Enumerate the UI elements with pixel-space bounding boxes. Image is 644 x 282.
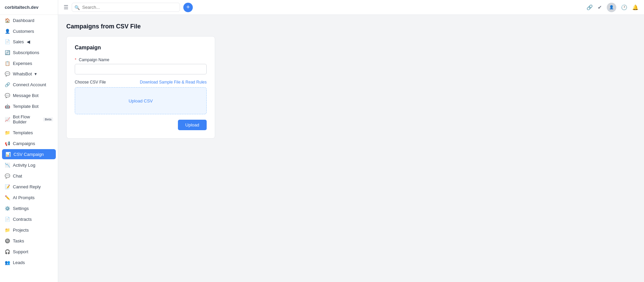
sidebar-label-whatsbot: WhatsBot bbox=[13, 71, 32, 76]
campaigns-icon: 📢 bbox=[5, 141, 10, 146]
sidebar-item-customers[interactable]: 👤 Customers bbox=[0, 26, 58, 37]
campaign-card: Campaign * Campaign Name Choose CSV File… bbox=[66, 36, 215, 139]
sidebar-item-template-bot[interactable]: 🤖 Template Bot bbox=[0, 101, 58, 112]
projects-icon: 📁 bbox=[5, 227, 10, 233]
clock-icon[interactable]: 🕐 bbox=[621, 4, 627, 10]
sidebar-item-tasks[interactable]: 🔘 Tasks bbox=[0, 235, 58, 246]
sidebar-label-expenses: Expenses bbox=[13, 61, 53, 66]
check-icon[interactable]: ✔ bbox=[598, 4, 602, 10]
site-domain-text: corbitaltech.dev bbox=[5, 5, 39, 10]
sidebar: corbitaltech.dev 🏠 Dashboard 👤 Customers… bbox=[0, 0, 58, 282]
sidebar-label-support: Support bbox=[13, 249, 53, 254]
csv-upload-area[interactable]: Upload CSV bbox=[75, 87, 207, 114]
sidebar-label-csv-campaign: CSV Campaign bbox=[14, 152, 52, 157]
sidebar-item-leads[interactable]: 👥 Leads bbox=[0, 257, 58, 268]
whatsbot-icon: 💬 bbox=[5, 71, 10, 76]
csv-campaign-icon: 📊 bbox=[5, 151, 11, 157]
bot-flow-builder-icon: 📈 bbox=[5, 117, 10, 122]
sidebar-label-ai-prompts: AI Prompts bbox=[13, 195, 53, 200]
sidebar-label-connect-account: Connect Account bbox=[13, 82, 53, 87]
sidebar-item-canned-reply[interactable]: 📝 Canned Reply bbox=[0, 181, 58, 192]
sidebar-label-activity-log: Activity Log bbox=[13, 163, 53, 168]
sidebar-item-chat[interactable]: 💬 Chat bbox=[0, 170, 58, 181]
sidebar-item-ai-prompts[interactable]: ✏️ AI Prompts bbox=[0, 192, 58, 203]
sidebar-label-contracts: Contracts bbox=[13, 217, 53, 222]
sidebar-item-expenses[interactable]: 📋 Expenses bbox=[0, 58, 58, 69]
add-button[interactable]: + bbox=[183, 3, 193, 12]
sidebar-item-contracts[interactable]: 📄 Contracts bbox=[0, 214, 58, 225]
sidebar-item-activity-log[interactable]: 📉 Activity Log bbox=[0, 160, 58, 170]
csv-file-group: Choose CSV File Download Sample File & R… bbox=[75, 80, 207, 114]
sidebar-label-canned-reply: Canned Reply bbox=[13, 184, 53, 189]
customers-icon: 👤 bbox=[5, 28, 10, 34]
subscriptions-icon: 🔄 bbox=[5, 50, 10, 55]
main-content: ☰ 🔍 + 🔗 ✔ 👤 🕐 🔔 Campaigns from CSV File … bbox=[58, 0, 644, 282]
search-icon: 🔍 bbox=[74, 5, 80, 10]
expenses-icon: 📋 bbox=[5, 61, 10, 66]
topbar-right: 🔗 ✔ 👤 🕐 🔔 bbox=[586, 3, 639, 12]
sidebar-item-templates[interactable]: 📁 Templates bbox=[0, 127, 58, 138]
csv-file-label: Choose CSV File bbox=[75, 80, 106, 85]
campaign-name-input[interactable] bbox=[75, 64, 207, 74]
template-bot-icon: 🤖 bbox=[5, 103, 10, 109]
topbar: ☰ 🔍 + 🔗 ✔ 👤 🕐 🔔 bbox=[58, 0, 644, 15]
activity-log-icon: 📉 bbox=[5, 162, 10, 168]
sidebar-item-dashboard[interactable]: 🏠 Dashboard bbox=[0, 15, 58, 26]
sidebar-label-template-bot: Template Bot bbox=[13, 104, 53, 109]
card-title: Campaign bbox=[75, 45, 207, 51]
dashboard-icon: 🏠 bbox=[5, 18, 10, 23]
sidebar-item-subscriptions[interactable]: 🔄 Subscriptions bbox=[0, 47, 58, 58]
sidebar-label-chat: Chat bbox=[13, 173, 53, 179]
chat-icon: 💬 bbox=[5, 173, 10, 179]
avatar[interactable]: 👤 bbox=[607, 3, 616, 12]
csv-download-link[interactable]: Download Sample File & Read Rules bbox=[140, 80, 207, 85]
required-asterisk: * bbox=[75, 57, 76, 62]
page-title: Campaigns from CSV File bbox=[66, 23, 636, 30]
form-actions: Upload bbox=[75, 120, 207, 130]
sidebar-item-support[interactable]: 🎧 Support bbox=[0, 246, 58, 257]
sidebar-item-projects[interactable]: 📁 Projects bbox=[0, 225, 58, 235]
ai-prompts-icon: ✏️ bbox=[5, 195, 10, 200]
leads-icon: 👥 bbox=[5, 260, 10, 265]
settings-icon: ⚙️ bbox=[5, 206, 10, 211]
templates-icon: 📁 bbox=[5, 130, 10, 135]
sidebar-item-connect-account[interactable]: 🔗 Connect Account bbox=[0, 79, 58, 90]
sidebar-label-campaigns: Campaigns bbox=[13, 141, 53, 146]
message-bot-icon: 💬 bbox=[5, 93, 10, 98]
sidebar-item-whatsbot[interactable]: 💬 WhatsBot ▾ bbox=[0, 69, 58, 79]
sidebar-label-templates: Templates bbox=[13, 130, 53, 135]
bell-icon[interactable]: 🔔 bbox=[632, 4, 639, 10]
campaign-name-group: * Campaign Name bbox=[75, 57, 207, 74]
campaign-name-label: * Campaign Name bbox=[75, 57, 207, 62]
upload-button[interactable]: Upload bbox=[178, 120, 207, 130]
sales-icon: 📄 bbox=[5, 39, 10, 44]
upload-csv-text: Upload CSV bbox=[129, 98, 153, 103]
sidebar-item-campaigns[interactable]: 📢 Campaigns bbox=[0, 138, 58, 149]
connect-account-icon: 🔗 bbox=[5, 82, 10, 87]
contracts-icon: 📄 bbox=[5, 216, 10, 222]
campaign-name-label-text: Campaign Name bbox=[79, 57, 109, 62]
share-icon[interactable]: 🔗 bbox=[586, 4, 593, 10]
support-icon: 🎧 bbox=[5, 249, 10, 254]
sidebar-item-csv-campaign[interactable]: 📊 CSV Campaign bbox=[2, 149, 56, 159]
sidebar-label-settings: Settings bbox=[13, 206, 53, 211]
sidebar-label-sales: Sales bbox=[13, 39, 24, 44]
beta-badge: Beta bbox=[43, 117, 53, 121]
csv-section-header: Choose CSV File Download Sample File & R… bbox=[75, 80, 207, 85]
sales-chevron-icon: ◀ bbox=[27, 39, 30, 44]
sidebar-item-settings[interactable]: ⚙️ Settings bbox=[0, 203, 58, 214]
canned-reply-icon: 📝 bbox=[5, 184, 10, 189]
sidebar-label-message-bot: Message Bot bbox=[13, 93, 53, 98]
sidebar-label-customers: Customers bbox=[13, 29, 53, 34]
search-wrap: 🔍 bbox=[72, 3, 180, 12]
sidebar-label-bot-flow-builder: Bot Flow Builder bbox=[13, 114, 39, 124]
sidebar-item-sales[interactable]: 📄 Sales ◀ bbox=[0, 37, 58, 47]
sidebar-item-bot-flow-builder[interactable]: 📈 Bot Flow Builder Beta bbox=[0, 112, 58, 127]
search-input[interactable] bbox=[72, 3, 180, 12]
sidebar-label-subscriptions: Subscriptions bbox=[13, 50, 53, 55]
site-logo: corbitaltech.dev bbox=[0, 0, 58, 15]
sidebar-label-tasks: Tasks bbox=[13, 238, 53, 243]
content-area: Campaigns from CSV File Campaign * Campa… bbox=[58, 15, 644, 282]
sidebar-item-message-bot[interactable]: 💬 Message Bot bbox=[0, 90, 58, 101]
menu-toggle-icon[interactable]: ☰ bbox=[64, 4, 68, 10]
